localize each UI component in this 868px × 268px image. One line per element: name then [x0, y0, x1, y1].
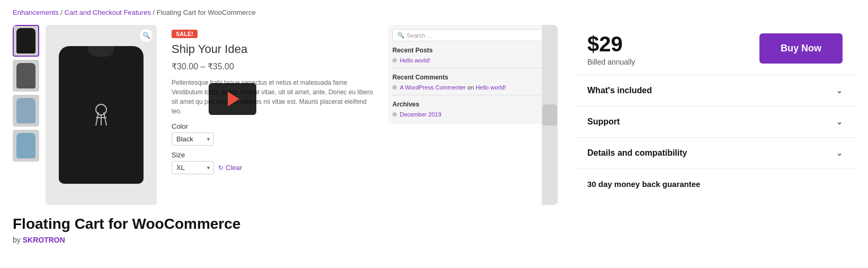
recent-comments-title: Recent Comments — [392, 74, 542, 81]
archive-item: December 2019 — [392, 111, 542, 118]
pricing-panel: $29 Billed annually Buy Now What's inclu… — [575, 25, 855, 244]
edge-hoodie-graphic — [542, 104, 557, 126]
thumbnail-0[interactable] — [13, 25, 39, 57]
site-preview-wrapper: 🔍 Search ... Recent Posts Hello world! R… — [388, 25, 558, 205]
author-link[interactable]: SKROTRON — [23, 236, 65, 244]
product-main-title: Floating Cart for WooCommerce — [13, 216, 558, 233]
product-main-image: 🔍 — [46, 25, 157, 205]
price-info: $29 Billed annually — [587, 33, 635, 66]
breadcrumb-link-enhancements[interactable]: Enhancements — [13, 8, 59, 16]
left-content: 🔍 SALE! Ship Your Idea ₹30.00 – ₹35.00 P… — [13, 25, 558, 244]
recent-posts-title: Recent Posts — [392, 47, 542, 54]
accordion-header-support[interactable]: Support ⌄ — [575, 106, 855, 137]
zoom-icon[interactable]: 🔍 — [140, 29, 153, 42]
recent-post-item: Hello world! — [392, 57, 542, 64]
comment-author: A WordPress Commenter on Hello world! — [400, 84, 506, 91]
comment-author-link[interactable]: A WordPress Commenter — [400, 84, 466, 91]
size-select[interactable]: XL — [172, 161, 214, 174]
site-preview: 🔍 Search ... Recent Posts Hello world! R… — [388, 25, 542, 205]
thumbnail-2[interactable] — [13, 95, 39, 127]
product-preview-title: Ship Your Idea — [172, 42, 373, 56]
chevron-down-icon-0: ⌄ — [836, 86, 843, 95]
site-preview-inner: 🔍 Search ... Recent Posts Hello world! R… — [388, 25, 542, 124]
breadcrumb: Enhancements / Cart and Checkout Feature… — [0, 0, 868, 25]
billed-label: Billed annually — [587, 58, 635, 66]
size-label: Size — [172, 151, 373, 159]
clear-label: Clear — [226, 164, 242, 172]
archive-dot-icon — [392, 112, 397, 117]
product-description: Pellentesque habi taque senectus et netu… — [172, 78, 373, 116]
accordion-whats-included: What's included ⌄ — [575, 75, 855, 106]
recent-post-link[interactable]: Hello world! — [400, 57, 430, 64]
svg-line-2 — [96, 112, 99, 126]
price-amount: $29 — [587, 33, 635, 55]
accordion-header-details[interactable]: Details and compatibility ⌄ — [575, 138, 855, 168]
thumbnail-column — [13, 25, 39, 205]
money-back-guarantee: 30 day money back guarantee — [575, 169, 855, 199]
accordion-label-whats-included: What's included — [587, 86, 652, 95]
buy-now-button[interactable]: Buy Now — [759, 33, 843, 64]
comment-dot-icon — [392, 85, 397, 90]
main-layout: 🔍 SALE! Ship Your Idea ₹30.00 – ₹35.00 P… — [0, 25, 868, 257]
accordion-label-details: Details and compatibility — [587, 148, 687, 158]
color-label: Color — [172, 122, 373, 130]
site-search-placeholder: Search ... — [407, 32, 432, 39]
svg-line-3 — [104, 112, 106, 126]
accordion-details: Details and compatibility ⌄ — [575, 138, 855, 169]
video-play-button[interactable] — [209, 83, 256, 115]
color-select-wrapper: Black — [172, 132, 373, 146]
archives-title: Archives — [392, 101, 542, 108]
price-header: $29 Billed annually Buy Now — [575, 25, 855, 75]
play-icon — [228, 92, 239, 106]
color-select-container: Black — [172, 132, 214, 146]
color-select[interactable]: Black — [172, 132, 214, 146]
thumbnail-3[interactable] — [13, 130, 39, 162]
hoodie-logo-svg — [85, 99, 117, 131]
comment-post-link[interactable]: Hello world! — [476, 84, 506, 91]
accordion-header-whats-included[interactable]: What's included ⌄ — [575, 75, 855, 106]
breadcrumb-current: Floating Cart for WooCommerce — [157, 8, 256, 16]
accordion-support: Support ⌄ — [575, 106, 855, 138]
sale-badge: SALE! — [172, 30, 198, 38]
recent-comment-item: A WordPress Commenter on Hello world! — [392, 84, 542, 91]
chevron-down-icon-2: ⌄ — [836, 149, 843, 157]
product-price: ₹30.00 – ₹35.00 — [172, 61, 373, 72]
clear-button[interactable]: ↻ Clear — [218, 164, 242, 172]
edge-preview — [542, 25, 558, 205]
refresh-icon: ↻ — [218, 164, 223, 172]
size-select-container: XL — [172, 161, 214, 174]
color-section: Color Black — [172, 122, 373, 146]
thumbnail-1[interactable] — [13, 60, 39, 92]
archive-link[interactable]: December 2019 — [400, 111, 441, 118]
site-divider-2 — [392, 95, 542, 95]
product-info-panel: SALE! Ship Your Idea ₹30.00 – ₹35.00 Pel… — [163, 25, 382, 205]
product-preview: 🔍 SALE! Ship Your Idea ₹30.00 – ₹35.00 P… — [13, 25, 558, 205]
svg-point-0 — [96, 104, 106, 115]
site-search-icon: 🔍 — [397, 32, 405, 39]
size-row: XL ↻ Clear — [172, 161, 373, 174]
size-section: Size XL ↻ Clear — [172, 151, 373, 174]
product-author: by SKROTRON — [13, 236, 558, 244]
author-prefix: by — [13, 236, 21, 244]
chevron-down-icon-1: ⌄ — [836, 118, 843, 126]
post-dot-icon — [392, 58, 397, 62]
hoodie-graphic — [59, 46, 144, 184]
breadcrumb-link-cart[interactable]: Cart and Checkout Features — [65, 8, 151, 16]
accordion-label-support: Support — [587, 117, 620, 127]
site-divider-1 — [392, 68, 542, 68]
site-search-bar: 🔍 Search ... — [392, 29, 542, 41]
